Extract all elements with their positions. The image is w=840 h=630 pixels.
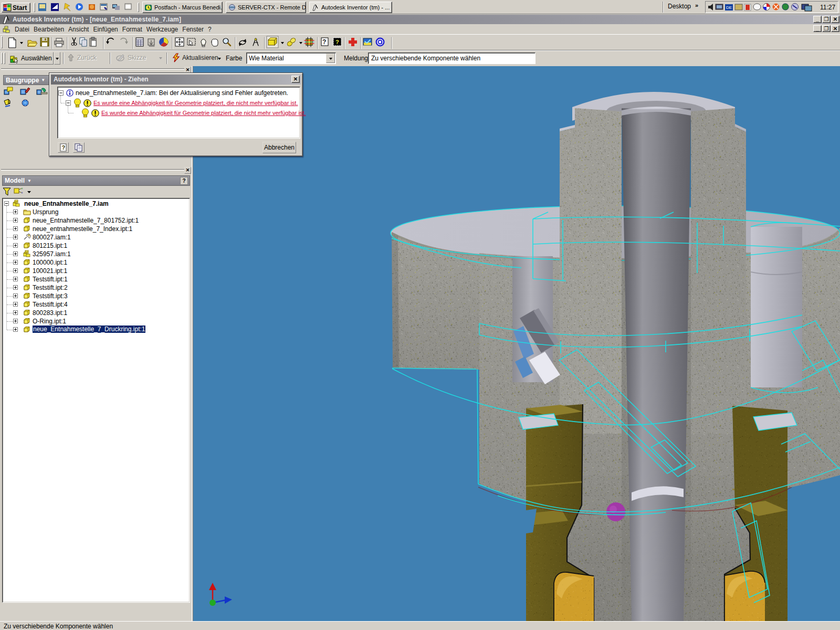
svg-text:?: ?: [62, 144, 66, 151]
svg-text:?: ?: [335, 39, 339, 45]
svg-text:?: ?: [322, 38, 326, 46]
svg-text:DE: DE: [726, 5, 732, 10]
